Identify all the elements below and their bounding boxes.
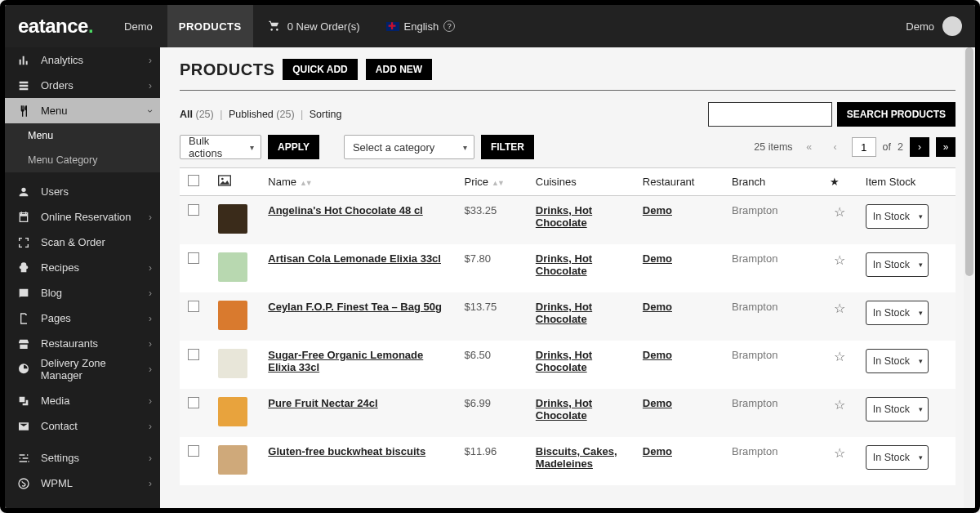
search-input[interactable] <box>708 102 832 127</box>
apply-button[interactable]: APPLY <box>268 135 319 159</box>
row-checkbox[interactable] <box>188 445 199 457</box>
topnav-language[interactable]: English ? <box>375 5 467 47</box>
sidebar-item-online-reservation[interactable]: Online Reservation› <box>5 204 160 230</box>
restaurant-link[interactable]: Demo <box>643 397 672 409</box>
product-thumbnail[interactable] <box>218 252 247 282</box>
stock-select[interactable]: In Stock▾ <box>866 397 929 422</box>
product-thumbnail[interactable] <box>218 445 247 475</box>
sidebar-subitem-menu[interactable]: Menu <box>5 123 160 148</box>
cuisines-link[interactable]: Drinks, Hot Chocolate <box>536 204 592 229</box>
restaurant-link[interactable]: Demo <box>643 349 672 361</box>
sidebar-item-menu[interactable]: Menu› <box>5 98 160 123</box>
product-name-link[interactable]: Artisan Cola Lemonade Elixia 33cl <box>268 252 441 265</box>
cuisines-link[interactable]: Drinks, Hot Chocolate <box>536 397 592 422</box>
row-checkbox[interactable] <box>188 301 199 312</box>
filter-button[interactable]: FILTER <box>481 135 534 159</box>
stock-select[interactable]: In Stock▾ <box>866 301 929 325</box>
star-icon[interactable]: ☆ <box>834 446 845 460</box>
pager-next[interactable]: › <box>910 137 929 157</box>
filter-row: Bulk actions ▾ APPLY Select a category ▾… <box>180 135 956 167</box>
category-select[interactable]: Select a category ▾ <box>344 135 474 159</box>
sidebar-item-settings[interactable]: Settings› <box>5 445 160 471</box>
sidebar-item-delivery-zone-manager[interactable]: Delivery Zone Manager› <box>5 356 160 381</box>
stock-select[interactable]: In Stock▾ <box>866 349 929 373</box>
star-icon[interactable]: ☆ <box>834 350 845 364</box>
col-price[interactable]: Price <box>464 176 488 188</box>
product-thumbnail[interactable] <box>218 397 247 426</box>
row-checkbox[interactable] <box>188 397 199 408</box>
contact-icon <box>16 419 31 434</box>
product-name-link[interactable]: Angelina's Hot Chocolate 48 cl <box>268 204 422 216</box>
search-button[interactable]: SEARCH PRODUCTS <box>837 102 956 127</box>
pager-prev[interactable]: ‹ <box>826 137 845 157</box>
cuisines-link[interactable]: Drinks, Hot Chocolate <box>536 349 592 373</box>
sidebar-item-contact[interactable]: Contact› <box>5 413 160 439</box>
stock-select[interactable]: In Stock▾ <box>866 204 929 229</box>
stock-select[interactable]: In Stock▾ <box>866 445 929 470</box>
cuisines-link[interactable]: Drinks, Hot Chocolate <box>536 301 592 325</box>
branch-text: Brampton <box>724 292 822 341</box>
sidebar-item-pages[interactable]: Pages› <box>5 306 160 331</box>
view-sorting[interactable]: Sorting <box>310 109 342 120</box>
sidebar-item-label: Analytics <box>41 54 83 66</box>
cuisines-link[interactable]: Biscuits, Cakes, Madeleines <box>536 445 617 470</box>
scrollbar-thumb[interactable] <box>965 47 973 276</box>
topnav-demo[interactable]: Demo <box>113 5 164 47</box>
col-item-stock[interactable]: Item Stock <box>858 168 956 196</box>
sidebar-item-scan-order[interactable]: Scan & Order <box>5 230 160 255</box>
product-name-link[interactable]: Sugar-Free Organic Lemonade Elixia 33cl <box>268 349 423 373</box>
sidebar-item-label: Online Reservation <box>41 211 131 223</box>
col-name[interactable]: Name <box>268 176 296 188</box>
topnav-user[interactable]: Demo <box>906 16 962 36</box>
add-new-button[interactable]: ADD NEW <box>366 59 432 80</box>
chevron-down-icon: ▾ <box>919 405 923 413</box>
product-thumbnail[interactable] <box>218 301 247 330</box>
row-checkbox[interactable] <box>188 252 199 264</box>
scrollbar[interactable] <box>964 47 975 508</box>
cuisines-link[interactable]: Drinks, Hot Chocolate <box>536 252 592 277</box>
select-all-checkbox[interactable] <box>188 175 199 186</box>
sidebar-item-blog[interactable]: Blog› <box>5 280 160 306</box>
product-name-link[interactable]: Gluten-free buckwheat biscuits <box>268 445 425 457</box>
restaurant-link[interactable]: Demo <box>643 252 672 265</box>
chevron-right-icon: › <box>149 364 152 375</box>
star-icon[interactable]: ☆ <box>834 205 845 219</box>
sidebar-item-restaurants[interactable]: Restaurants› <box>5 331 160 356</box>
stock-label: In Stock <box>873 404 910 415</box>
product-name-link[interactable]: Pure Fruit Nectar 24cl <box>268 397 377 409</box>
brand-logo[interactable]: eatance. <box>18 15 93 38</box>
product-name-link[interactable]: Ceylan F.O.P. Finest Tea – Bag 50g <box>268 301 442 313</box>
bulk-actions-select[interactable]: Bulk actions ▾ <box>180 135 261 159</box>
view-all[interactable]: All <box>180 109 193 120</box>
sidebar-subitem-menu-category[interactable]: Menu Category <box>5 148 160 172</box>
view-published[interactable]: Published <box>229 109 274 120</box>
sidebar-item-recipes[interactable]: Recipes› <box>5 255 160 280</box>
quick-add-button[interactable]: QUICK ADD <box>283 59 358 80</box>
sidebar-item-orders[interactable]: Orders› <box>5 73 160 98</box>
star-icon[interactable]: ☆ <box>834 253 845 267</box>
star-icon[interactable]: ☆ <box>834 398 845 412</box>
star-icon[interactable]: ☆ <box>834 301 845 315</box>
product-thumbnail[interactable] <box>218 204 247 234</box>
topnav-new-orders[interactable]: 0 New Order(s) <box>256 5 372 47</box>
pager-first[interactable]: « <box>800 137 819 157</box>
col-cuisines[interactable]: Cuisines <box>528 168 635 196</box>
pager-page-input[interactable] <box>852 137 876 157</box>
restaurant-link[interactable]: Demo <box>643 204 672 216</box>
pager-last[interactable]: » <box>936 137 956 157</box>
row-checkbox[interactable] <box>188 204 199 216</box>
sidebar-item-analytics[interactable]: Analytics› <box>5 47 160 73</box>
col-restaurant[interactable]: Restaurant <box>635 168 724 196</box>
sidebar-item-wpml[interactable]: WPML› <box>5 471 160 496</box>
sidebar-item-media[interactable]: Media› <box>5 388 160 413</box>
topnav-products[interactable]: PRODUCTS <box>167 5 253 47</box>
sort-icon: ▲▼ <box>300 179 311 187</box>
restaurant-link[interactable]: Demo <box>643 301 672 313</box>
chevron-down-icon: ▾ <box>250 143 254 152</box>
restaurant-link[interactable]: Demo <box>643 445 672 457</box>
stock-select[interactable]: In Stock▾ <box>866 252 929 277</box>
product-thumbnail[interactable] <box>218 349 247 378</box>
row-checkbox[interactable] <box>188 349 199 360</box>
sidebar-item-users[interactable]: Users <box>5 179 160 204</box>
col-branch[interactable]: Branch <box>724 168 822 196</box>
